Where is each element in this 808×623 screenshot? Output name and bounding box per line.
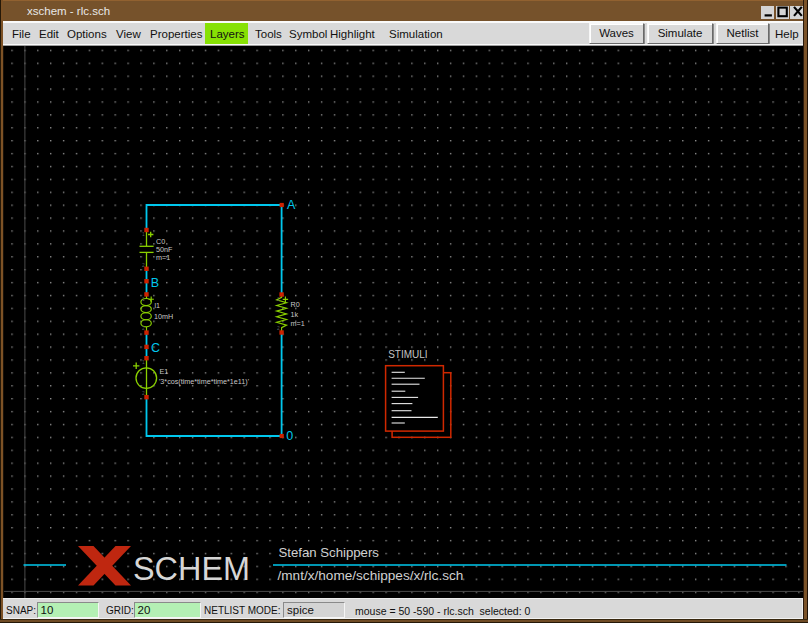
svg-text:1: 1: [142, 360, 145, 365]
svg-text:R0: R0: [291, 300, 300, 309]
svg-text:'3*cos(time*time*time*1e11)': '3*cos(time*time*time*1e11)': [159, 377, 250, 386]
svg-text:2: 2: [277, 326, 280, 331]
svg-text:1: 1: [277, 297, 280, 302]
svg-text:B: B: [151, 276, 159, 290]
svg-text:0: 0: [286, 429, 293, 443]
svg-text:E1: E1: [160, 367, 169, 376]
svg-text:2: 2: [142, 263, 145, 268]
svg-text:1: 1: [142, 232, 145, 237]
svg-text:/mnt/x/home/schippes/x/rlc.sch: /mnt/x/home/schippes/x/rlc.sch: [278, 568, 464, 583]
svg-text:Stefan Schippers: Stefan Schippers: [279, 545, 380, 560]
svg-text:m=1: m=1: [291, 319, 305, 328]
svg-text:A: A: [287, 198, 296, 212]
svg-text:l1: l1: [155, 301, 161, 310]
svg-text:SCHEM: SCHEM: [133, 549, 250, 587]
svg-text:STIMULI: STIMULI: [388, 349, 427, 360]
svg-text:m=1: m=1: [156, 253, 170, 262]
svg-text:1k: 1k: [291, 310, 299, 319]
svg-text:C: C: [151, 341, 160, 355]
svg-text:1: 1: [142, 297, 145, 302]
svg-text:10mH: 10mH: [154, 312, 173, 321]
svg-text:2: 2: [142, 391, 145, 396]
svg-text:2: 2: [142, 326, 145, 331]
